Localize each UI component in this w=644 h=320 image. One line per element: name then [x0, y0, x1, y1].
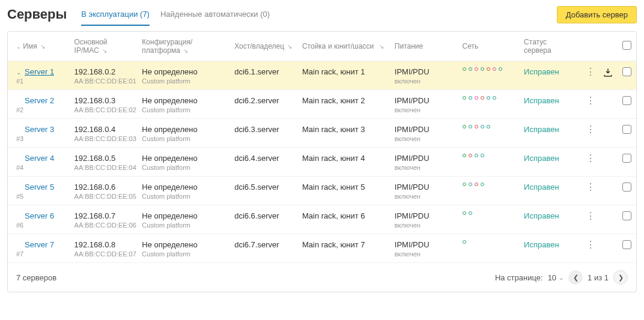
- table-row[interactable]: Server 4#4192.168.0.5AA:BB:CC:DD:EE:04Не…: [8, 148, 636, 177]
- table-row[interactable]: Server 3#3192.168.0.4AA:BB:CC:DD:EE:03Не…: [8, 119, 636, 148]
- net-indicator-dot: [487, 67, 490, 71]
- servers-table: ⌄ Имя ↘ Основной IP/MAC ↘ Конфигурация/п…: [7, 31, 637, 292]
- server-config: Не определено: [142, 154, 197, 163]
- net-indicator-dot: [463, 183, 466, 186]
- add-server-button[interactable]: Добавить сервер: [557, 6, 637, 23]
- net-indicator-dot: [475, 96, 478, 100]
- server-mac: AA:BB:CC:DD:EE:06: [74, 222, 133, 229]
- col-rack[interactable]: Стойка и юнит/шасси ↘: [297, 32, 390, 61]
- server-id: #1: [16, 77, 65, 85]
- row-actions-menu[interactable]: ⋮: [581, 205, 598, 234]
- col-net[interactable]: Сеть: [458, 32, 520, 61]
- row-checkbox[interactable]: [622, 154, 631, 163]
- next-page-button[interactable]: ❯: [613, 270, 628, 285]
- server-ip: 192.168.0.5: [74, 154, 116, 163]
- row-actions-menu[interactable]: ⋮: [581, 148, 598, 177]
- row-checkbox[interactable]: [622, 183, 631, 192]
- page-title: Серверы: [7, 7, 67, 26]
- net-indicator-dot: [463, 67, 466, 71]
- per-page-label: На странице:: [495, 273, 543, 282]
- server-power: IPMI/PDU: [395, 211, 430, 220]
- tab-active[interactable]: В эксплуатации (7): [81, 5, 150, 26]
- row-actions-menu[interactable]: ⋮: [581, 119, 598, 148]
- server-config: Не определено: [142, 183, 197, 192]
- server-ip: 192.168.0.7: [74, 211, 116, 220]
- server-status: Исправен: [524, 240, 559, 249]
- server-status: Исправен: [524, 183, 559, 192]
- network-dots: [463, 183, 515, 186]
- server-name-link[interactable]: Server 1: [25, 67, 54, 76]
- server-name-link[interactable]: Server 5: [25, 183, 54, 192]
- net-indicator-dot: [469, 96, 472, 100]
- net-indicator-dot: [463, 125, 466, 128]
- page-size-select[interactable]: 10 ⌄: [548, 273, 564, 282]
- server-name-link[interactable]: Server 4: [25, 154, 54, 163]
- network-dots: [463, 96, 515, 100]
- server-rack: Main rack, юнит 5: [302, 183, 365, 192]
- server-rack: Main rack, юнит 4: [302, 154, 365, 163]
- server-host: dci6.2.server: [234, 96, 279, 105]
- server-ip: 192.168.0.8: [74, 240, 116, 249]
- select-all-checkbox[interactable]: [622, 41, 631, 50]
- row-actions-menu[interactable]: ⋮: [581, 90, 598, 119]
- server-platform: Custom platform: [142, 193, 225, 200]
- download-icon[interactable]: [598, 177, 618, 205]
- table-row[interactable]: Server 2#2192.168.0.3AA:BB:CC:DD:EE:02Не…: [8, 90, 636, 119]
- server-name-link[interactable]: Server 6: [25, 211, 54, 220]
- network-dots: [463, 211, 515, 215]
- tab-auto-found[interactable]: Найденные автоматически (0): [160, 5, 270, 26]
- prev-page-button[interactable]: ❮: [568, 270, 583, 285]
- net-indicator-dot: [469, 154, 472, 157]
- server-id: #6: [16, 222, 65, 229]
- server-config: Не определено: [142, 96, 197, 105]
- server-name-link[interactable]: Server 2: [25, 96, 54, 105]
- table-row[interactable]: ⌄Server 1#1192.168.0.2AA:BB:CC:DD:EE:01Н…: [8, 61, 636, 90]
- row-actions-menu[interactable]: ⋮: [581, 61, 598, 90]
- server-id: #7: [16, 250, 65, 258]
- server-platform: Custom platform: [142, 106, 225, 113]
- download-icon[interactable]: [598, 148, 618, 177]
- col-name[interactable]: ⌄ Имя ↘: [8, 32, 70, 61]
- download-icon[interactable]: [598, 234, 618, 263]
- server-config: Не определено: [142, 211, 197, 220]
- col-host[interactable]: Хост/владелец ↘: [229, 32, 297, 61]
- server-name-link[interactable]: Server 7: [25, 240, 54, 249]
- table-row[interactable]: Server 6#6192.168.0.7AA:BB:CC:DD:EE:06Не…: [8, 205, 636, 234]
- row-actions-menu[interactable]: ⋮: [581, 177, 598, 205]
- row-checkbox[interactable]: [622, 211, 631, 220]
- table-row[interactable]: Server 7#7192.168.0.8AA:BB:CC:DD:EE:07Не…: [8, 234, 636, 263]
- download-icon[interactable]: [598, 90, 618, 119]
- net-indicator-dot: [481, 96, 484, 100]
- download-icon[interactable]: [598, 61, 618, 90]
- download-icon[interactable]: [598, 205, 618, 234]
- col-status[interactable]: Статус сервера: [519, 32, 581, 61]
- net-indicator-dot: [463, 240, 466, 244]
- col-ip[interactable]: Основной IP/MAC ↘: [70, 32, 138, 61]
- expand-chevron-icon[interactable]: ⌄: [16, 69, 22, 76]
- server-host: dci6.4.server: [234, 154, 279, 163]
- server-id: #2: [16, 106, 65, 113]
- table-row[interactable]: Server 5#5192.168.0.6AA:BB:CC:DD:EE:05Не…: [8, 177, 636, 205]
- row-checkbox[interactable]: [622, 125, 631, 134]
- row-actions-menu[interactable]: ⋮: [581, 234, 598, 263]
- server-id: #3: [16, 135, 65, 142]
- network-dots: [463, 125, 515, 128]
- server-host: dci6.1.server: [234, 67, 279, 76]
- col-power[interactable]: Питание: [390, 32, 458, 61]
- server-id: #4: [16, 164, 65, 171]
- col-conf[interactable]: Конфигурация/платформа ↘: [137, 32, 229, 61]
- server-power-state: включен: [395, 193, 453, 200]
- server-config: Не определено: [142, 240, 197, 249]
- server-rack: Main rack, юнит 3: [302, 125, 365, 134]
- server-id: #5: [16, 193, 65, 200]
- server-host: dci6.7.server: [234, 240, 279, 249]
- download-icon[interactable]: [598, 119, 618, 148]
- server-platform: Custom platform: [142, 250, 225, 258]
- row-checkbox[interactable]: [622, 96, 631, 105]
- server-platform: Custom platform: [142, 135, 225, 142]
- row-checkbox[interactable]: [622, 240, 631, 249]
- row-checkbox[interactable]: [622, 67, 631, 76]
- server-name-link[interactable]: Server 3: [25, 125, 54, 134]
- server-status: Исправен: [524, 154, 559, 163]
- server-power: IPMI/PDU: [395, 183, 430, 192]
